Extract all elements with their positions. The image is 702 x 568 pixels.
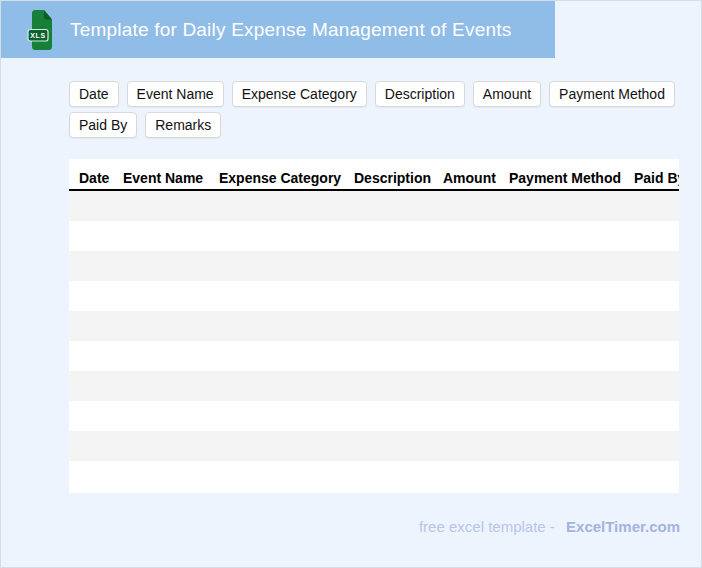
column-header-amount: Amount bbox=[443, 170, 496, 186]
table-row bbox=[69, 191, 679, 221]
xls-file-icon: XLS bbox=[27, 8, 54, 52]
chip-expense-category[interactable]: Expense Category bbox=[232, 81, 367, 107]
page-title: Template for Daily Expense Management of… bbox=[70, 19, 511, 41]
table-body bbox=[69, 191, 679, 491]
table-row bbox=[69, 461, 679, 491]
table-row bbox=[69, 221, 679, 251]
chip-date[interactable]: Date bbox=[69, 81, 119, 107]
chip-event-name[interactable]: Event Name bbox=[127, 81, 224, 107]
column-header-expense-category: Expense Category bbox=[219, 170, 341, 186]
template-preview-page: XLS Template for Daily Expense Managemen… bbox=[0, 0, 702, 568]
header-bar: XLS Template for Daily Expense Managemen… bbox=[1, 1, 555, 58]
chip-row-1: Date Event Name Expense Category Descrip… bbox=[69, 81, 675, 107]
table-row bbox=[69, 281, 679, 311]
footer-text: free excel template - bbox=[419, 518, 555, 535]
table-row bbox=[69, 341, 679, 371]
xls-icon-label: XLS bbox=[30, 32, 45, 39]
table-row bbox=[69, 431, 679, 461]
chip-amount[interactable]: Amount bbox=[473, 81, 541, 107]
column-header-paid-by: Paid By bbox=[634, 170, 679, 186]
column-header-date: Date bbox=[79, 170, 109, 186]
expense-table: Date Event Name Expense Category Descrip… bbox=[69, 159, 679, 493]
table-row bbox=[69, 371, 679, 401]
table-row bbox=[69, 251, 679, 281]
column-header-event-name: Event Name bbox=[123, 170, 203, 186]
column-header-payment-method: Payment Method bbox=[509, 170, 621, 186]
chip-row-2: Paid By Remarks bbox=[69, 112, 221, 138]
footer: free excel template - ExcelTimer.com bbox=[419, 518, 680, 535]
table-header-row: Date Event Name Expense Category Descrip… bbox=[69, 159, 679, 191]
chip-description[interactable]: Description bbox=[375, 81, 465, 107]
footer-brand-link[interactable]: ExcelTimer.com bbox=[566, 518, 680, 535]
chip-paid-by[interactable]: Paid By bbox=[69, 112, 137, 138]
column-header-description: Description bbox=[354, 170, 431, 186]
chip-payment-method[interactable]: Payment Method bbox=[549, 81, 675, 107]
table-row bbox=[69, 311, 679, 341]
chip-remarks[interactable]: Remarks bbox=[145, 112, 221, 138]
table-row bbox=[69, 401, 679, 431]
